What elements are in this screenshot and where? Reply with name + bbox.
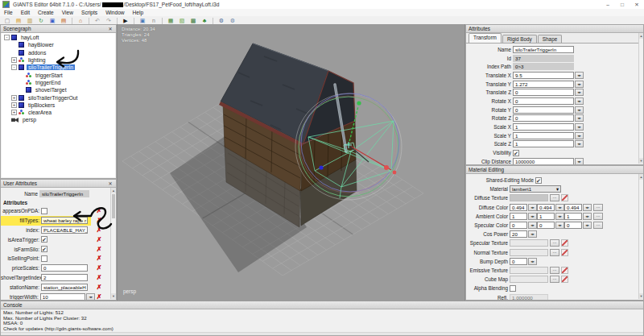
menu-help[interactable]: Help [129,10,148,15]
field-value[interactable]: 1 [513,123,574,131]
tab-transform[interactable]: Transform [469,33,502,43]
menu-edit[interactable]: Edit [17,10,34,15]
value-stepper[interactable]: ◂▸ [575,140,584,147]
user-attributes-panel-titlebar[interactable]: User Attributes ✕ [1,180,116,188]
remove-attribute-button[interactable]: ✗ [95,264,103,272]
color-component-field[interactable]: 1 [510,213,527,220]
attribute-checkbox[interactable] [41,208,47,214]
browse-texture-button[interactable]: ... [550,267,559,274]
texture-field[interactable] [510,249,548,256]
value-stepper[interactable]: ◂▸ [555,213,564,220]
browse-texture-button[interactable]: ... [550,249,559,256]
expander-icon[interactable]: + [11,110,17,115]
attributes-panel-titlebar[interactable]: Attributes [466,25,643,33]
remove-texture-icon[interactable] [561,239,568,247]
remove-attribute-button[interactable]: ✗ [95,274,103,281]
value-stepper[interactable]: ◂▸ [575,106,584,114]
tree-node[interactable]: +tipBlockers [2,102,115,109]
field-value[interactable]: 9.5 [513,72,574,79]
field-value[interactable]: siloTrailerTriggerIn [513,46,574,53]
expander-icon[interactable]: - [11,64,17,70]
browse-texture-button[interactable]: ... [550,239,559,247]
value-stepper[interactable]: ◂▸ [575,72,584,79]
remove-attribute-button[interactable]: ✗ [95,207,103,214]
scroll-down-icon[interactable]: ▼ [111,293,116,299]
scenegraph-panel-titlebar[interactable]: Scenegraph ✕ [1,25,116,33]
menu-window[interactable]: Window [101,10,128,15]
color-component-field[interactable]: 0.494 [564,204,582,211]
viewport-3d[interactable]: Distance: 20.34 Triangles: 24 Vertices: … [117,24,465,301]
remove-attribute-button[interactable]: ✗ [95,255,103,262]
remove-texture-icon[interactable] [561,194,568,201]
remove-texture-icon[interactable] [561,249,568,256]
color-component-field[interactable]: 0.494 [510,204,527,211]
value-stepper[interactable]: ◂▸ [583,204,592,211]
color-component-field[interactable]: 0 [537,222,555,229]
console-panel-titlebar[interactable]: Console [1,301,643,309]
texture-field[interactable] [510,194,548,201]
expander-icon[interactable]: + [11,102,17,108]
value-stepper[interactable]: ◂▸ [575,158,584,165]
field-value[interactable]: 1000000 [513,158,574,165]
attribute-checkbox[interactable] [41,255,47,262]
browse-texture-button[interactable]: ... [550,194,559,201]
tab-shape[interactable]: Shape [538,35,562,43]
value-stepper[interactable]: ◂▸ [528,258,537,265]
remove-attribute-button[interactable]: ✗ [95,293,103,301]
close-panel-icon[interactable]: ✕ [107,26,114,31]
expander-icon[interactable]: - [4,35,10,40]
color-component-field[interactable]: 0 [564,222,582,229]
remove-texture-icon[interactable] [561,267,568,274]
scroll-up-icon[interactable]: ▲ [639,174,643,180]
minimize-button[interactable]: – [601,0,615,9]
tree-node[interactable]: addons [2,49,115,56]
value-stepper[interactable]: ◂▸ [583,222,592,229]
material-checkbox[interactable]: ✔ [535,177,542,184]
remove-texture-icon[interactable] [561,276,568,283]
attribute-checkbox[interactable]: ✔ [41,246,47,252]
remove-attribute-button[interactable]: ✗ [95,246,103,253]
texture-field[interactable] [510,276,548,283]
menu-view[interactable]: View [58,10,77,15]
value-stepper[interactable]: ◂▸ [575,81,584,88]
close-button[interactable]: ✕ [630,0,644,9]
material-checkbox[interactable] [510,285,516,292]
tab-rigid-body[interactable]: Rigid Body [502,35,537,43]
value-stepper[interactable]: ◂▸ [86,293,95,301]
remove-attribute-button[interactable]: ✗ [95,236,103,243]
tree-node[interactable]: triggerEnd [2,79,115,86]
color-component-field[interactable]: 1 [564,213,582,220]
tree-node[interactable]: +siloTrailerTriggerOut [2,93,115,101]
tree-node[interactable]: -hayLoft [2,34,115,41]
tree-node[interactable]: shovelTarget [2,86,115,93]
color-picker-button[interactable]: ... [593,222,603,229]
color-picker-button[interactable]: ... [593,204,603,211]
material-dropdown[interactable]: lambert1▾ [510,185,561,193]
material-value-field[interactable]: 20 [510,230,527,238]
menu-scripts[interactable]: Scripts [77,10,101,15]
tree-node[interactable]: +lighting [2,56,115,64]
attribute-value-field[interactable]: 10 [40,293,86,301]
tree-node[interactable]: triggerStart [2,71,115,78]
attribute-value-field[interactable]: 2 [41,274,88,281]
attribute-value-field[interactable]: station_placeableH [41,284,88,291]
menu-file[interactable]: File [0,10,17,15]
expander-icon[interactable]: + [11,57,17,63]
texture-field[interactable] [510,239,548,247]
maximize-button[interactable]: □ [615,0,630,9]
close-panel-icon[interactable]: ✕ [107,180,114,186]
value-stepper[interactable]: ◂▸ [555,222,564,229]
scroll-down-icon[interactable]: ▼ [639,158,643,164]
value-stepper[interactable]: ◂▸ [528,230,537,238]
y-axis-handle[interactable] [357,101,361,105]
scroll-up-icon[interactable]: ▲ [111,188,116,193]
browse-texture-button[interactable]: ... [550,276,559,283]
attribute-value-field[interactable]: 0 [41,264,88,272]
color-component-field[interactable]: 0 [510,222,527,229]
tree-node[interactable]: persp [2,116,115,123]
value-stepper[interactable]: ◂▸ [575,89,584,96]
x-axis-handle[interactable] [384,165,389,170]
value-stepper[interactable]: ◂▸ [575,97,584,105]
expander-icon[interactable]: + [11,95,17,101]
material-value-field[interactable]: 0 [510,258,527,265]
